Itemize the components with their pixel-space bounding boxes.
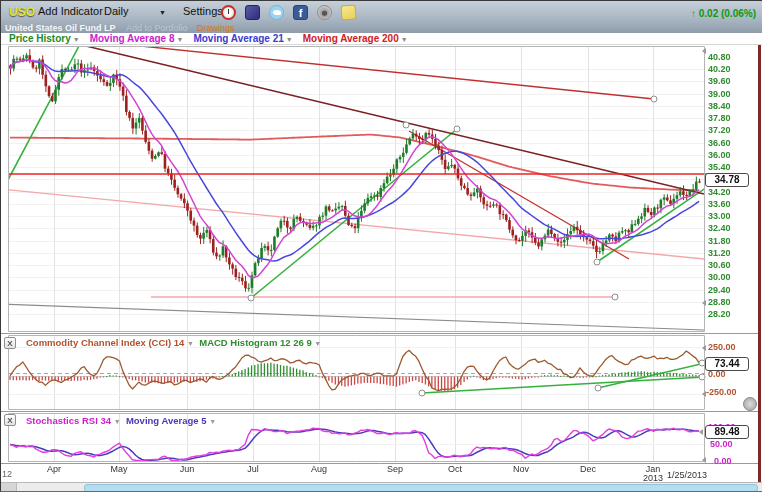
month-label-may: May: [110, 465, 127, 474]
axis-label: 36.00: [708, 150, 731, 160]
twitter-icon[interactable]: [269, 5, 284, 20]
axis-label: 33.60: [708, 199, 731, 209]
security-name: United States Oil Fund LP: [5, 23, 116, 33]
legend-dropdown-icon[interactable]: ▼: [176, 36, 183, 43]
add-to-portfolio-button[interactable]: Add to Portfolio: [126, 23, 188, 33]
camera-icon[interactable]: [317, 5, 332, 20]
axis-label: 40.20: [708, 64, 731, 74]
axis-marker-icon: [702, 48, 706, 54]
axis-label: 33.00: [708, 211, 731, 221]
timeframe-select[interactable]: Daily: [104, 5, 128, 17]
month-label-jan: Jan2013: [643, 465, 663, 483]
axis-label: 29.40: [708, 285, 731, 295]
month-label-dec: Dec: [580, 465, 596, 474]
axis-label: 250.00: [708, 342, 736, 352]
alarm-icon[interactable]: [221, 5, 236, 20]
settings-button[interactable]: Settings: [183, 5, 223, 17]
axis-label: 36.60: [708, 138, 731, 148]
legend-dropdown-icon[interactable]: ▼: [401, 36, 408, 43]
axis-marker-icon: [699, 429, 703, 435]
stoch-panel-title[interactable]: Stochastics RSI 34 ▼ Moving Average 5 ▼: [26, 415, 216, 426]
axis-label: 39.00: [708, 89, 731, 99]
timeframe-dropdown-icon[interactable]: ▼: [159, 9, 166, 16]
axis-label: 37.20: [708, 125, 731, 135]
toolbar-icons: f: [221, 5, 356, 20]
cci-panel-title[interactable]: Commodity Channel Index (CCI) 14 ▼ MACD …: [26, 337, 321, 348]
scrollbar-thumb[interactable]: [84, 484, 758, 492]
month-label-aug: Aug: [311, 465, 327, 474]
toolbar-row-2: United States Oil Fund LP Add to Portfol…: [1, 22, 762, 33]
cci-value-badge: 73.44: [705, 357, 749, 371]
up-arrow-icon: ↑: [691, 8, 696, 19]
month-label-jun: Jun: [180, 465, 195, 474]
axis-label: 40.80: [708, 52, 731, 62]
axis-label: 0.00: [714, 456, 732, 466]
axis-label: 39.60: [708, 76, 731, 86]
axis-marker-icon: [702, 391, 706, 397]
legend-item-moving-average-200[interactable]: Moving Average 200▼: [303, 33, 408, 44]
last-date-label: 1/25/2013: [667, 470, 707, 480]
cci-panel-close-button[interactable]: X: [4, 337, 16, 349]
axis-label: 32.40: [708, 223, 731, 233]
axis-label: 30.60: [708, 260, 731, 270]
notes-icon[interactable]: [340, 4, 356, 20]
legend-item-moving-average-21[interactable]: Moving Average 21▼: [193, 33, 292, 44]
window-right-frame: [758, 45, 761, 482]
axis-label: 37.80: [708, 113, 731, 123]
axis-label: 35.40: [708, 162, 731, 172]
axis-marker-icon: [702, 457, 706, 463]
month-label-jul: Jul: [247, 465, 259, 474]
add-indicator-button[interactable]: Add Indicator: [38, 5, 103, 17]
news-icon[interactable]: [245, 5, 260, 20]
stoch-panel-close-button[interactable]: X: [4, 414, 16, 426]
month-label-apr: Apr: [47, 465, 61, 474]
axis-marker-icon: [702, 345, 706, 351]
legend-item-moving-average-8[interactable]: Moving Average 8▼: [90, 33, 184, 44]
month-label-sep: Sep: [387, 465, 403, 474]
chart-window: USO Add Indicator Daily ▼ Settings f ↑ 0…: [0, 0, 762, 492]
axis-marker-icon: [702, 300, 706, 306]
axis-label: 34.20: [708, 187, 731, 197]
symbol-input[interactable]: USO: [9, 5, 35, 19]
macd-histogram-title[interactable]: MACD Histogram 12 26 9: [199, 337, 311, 348]
axis-label: 28.80: [708, 297, 731, 307]
stoch-value-badge: 89.48: [705, 425, 749, 439]
stoch-ma-title[interactable]: Moving Average 5: [126, 415, 207, 426]
price-change-indicator: ↑ 0.02 (0.06%): [691, 8, 756, 19]
facebook-icon[interactable]: f: [293, 5, 308, 20]
indicator-legend: Price History▼Moving Average 8▼Moving Av…: [1, 33, 762, 45]
month-label-oct: Oct: [448, 465, 462, 474]
year-partial-label: 12: [2, 469, 12, 479]
axis-label: 31.20: [708, 248, 731, 258]
month-label-nov: Nov: [513, 465, 529, 474]
scrollbar-corner: [1, 483, 17, 492]
legend-dropdown-icon[interactable]: ▼: [286, 36, 293, 43]
last-price-badge: 34.78: [705, 173, 749, 187]
axis-label: 30.00: [708, 272, 731, 282]
axis-label: 50.00: [710, 439, 733, 449]
toolbar-row-1: USO Add Indicator Daily ▼ Settings: [1, 4, 762, 21]
legend-dropdown-icon[interactable]: ▼: [73, 36, 80, 43]
legend-item-price-history[interactable]: Price History▼: [9, 33, 80, 44]
axis-label: 31.80: [708, 236, 731, 246]
axis-label: 28.20: [708, 309, 731, 319]
axis-label: 38.40: [708, 101, 731, 111]
drawings-button[interactable]: Drawings: [197, 23, 235, 33]
toolbar: USO Add Indicator Daily ▼ Settings f ↑ 0…: [1, 1, 762, 34]
panel-resize-grip[interactable]: [743, 397, 757, 411]
axis-label: -250.00: [706, 387, 737, 397]
